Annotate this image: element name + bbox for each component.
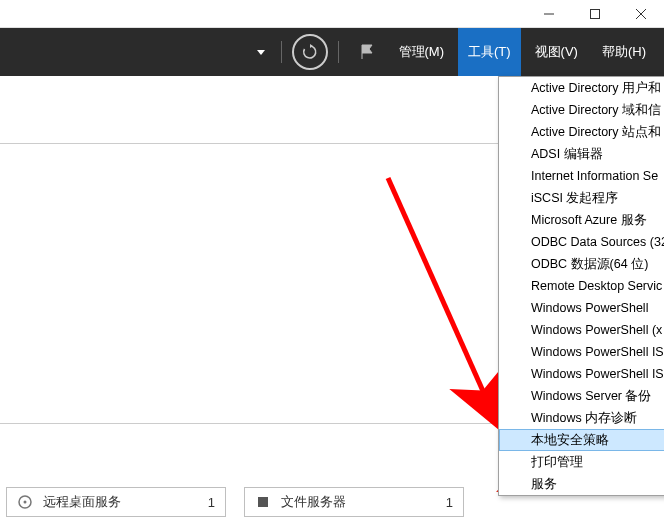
main-toolbar: 管理(M) 工具(T) 视图(V) 帮助(H) xyxy=(0,28,664,76)
minimize-icon xyxy=(544,9,554,19)
tools-menu-item[interactable]: Internet Information Se xyxy=(499,165,664,187)
tools-menu-item[interactable]: Windows PowerShell IS xyxy=(499,363,664,385)
tools-menu-item[interactable]: Active Directory 用户和 xyxy=(499,77,664,99)
svg-point-9 xyxy=(24,501,27,504)
tools-menu-item[interactable]: Active Directory 域和信 xyxy=(499,99,664,121)
toolbar-dropdown[interactable] xyxy=(247,36,271,68)
minimize-button[interactable] xyxy=(526,0,572,28)
toolbar-separator xyxy=(281,41,282,63)
tools-menu-item[interactable]: Microsoft Azure 服务 xyxy=(499,209,664,231)
tools-dropdown: Active Directory 用户和Active Directory 域和信… xyxy=(498,76,664,496)
svg-rect-1 xyxy=(591,9,600,18)
tools-menu-item[interactable]: ODBC 数据源(64 位) xyxy=(499,253,664,275)
monitor-icon xyxy=(17,494,33,510)
tools-menu-item[interactable]: Windows PowerShell xyxy=(499,297,664,319)
maximize-button[interactable] xyxy=(572,0,618,28)
card-file-server[interactable]: 文件服务器 1 xyxy=(244,487,464,517)
tools-menu-item[interactable]: Windows 内存诊断 xyxy=(499,407,664,429)
tools-menu-item[interactable]: Windows PowerShell (x xyxy=(499,319,664,341)
chevron-down-icon xyxy=(257,50,265,55)
menu-view[interactable]: 视图(V) xyxy=(525,28,588,76)
refresh-button[interactable] xyxy=(292,34,328,70)
window-titlebar xyxy=(0,0,664,28)
toolbar-separator xyxy=(338,41,339,63)
tools-menu-item[interactable]: Remote Desktop Servic xyxy=(499,275,664,297)
close-button[interactable] xyxy=(618,0,664,28)
card-remote-desktop[interactable]: 远程桌面服务 1 xyxy=(6,487,226,517)
maximize-icon xyxy=(590,9,600,19)
tools-menu-item[interactable]: Windows PowerShell IS xyxy=(499,341,664,363)
menu-manage[interactable]: 管理(M) xyxy=(389,28,455,76)
tools-menu-item[interactable]: ADSI 编辑器 xyxy=(499,143,664,165)
tools-menu-item[interactable]: Active Directory 站点和 xyxy=(499,121,664,143)
refresh-icon xyxy=(302,44,318,60)
flag-button[interactable] xyxy=(349,34,385,70)
close-icon xyxy=(636,9,646,19)
tools-menu-item[interactable]: Windows Server 备份 xyxy=(499,385,664,407)
tools-menu-item[interactable]: ODBC Data Sources (32 xyxy=(499,231,664,253)
card-label: 文件服务器 xyxy=(281,493,436,511)
card-count: 1 xyxy=(446,495,453,510)
server-icon xyxy=(255,494,271,510)
card-count: 1 xyxy=(208,495,215,510)
card-label: 远程桌面服务 xyxy=(43,493,198,511)
tools-menu-item[interactable]: 本地安全策略 xyxy=(499,429,664,451)
flag-icon xyxy=(358,43,376,61)
tools-menu-item[interactable]: 服务 xyxy=(499,473,664,495)
svg-rect-10 xyxy=(258,497,268,507)
tools-menu-item[interactable]: 打印管理 xyxy=(499,451,664,473)
tools-menu-item[interactable]: iSCSI 发起程序 xyxy=(499,187,664,209)
menu-help[interactable]: 帮助(H) xyxy=(592,28,656,76)
menu-tools[interactable]: 工具(T) xyxy=(458,28,521,76)
